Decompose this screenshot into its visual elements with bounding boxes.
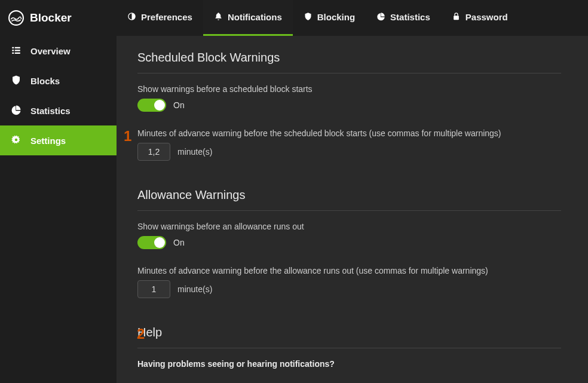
divider [137,348,561,348]
section-title-help: Help [137,326,561,339]
content-wrap: Scheduled Block Warnings Show warnings b… [117,36,588,383]
allowance-show-label: Show warnings before an allowance runs o… [137,222,561,231]
topbar: Blocker Preferences Notifications Blocki… [0,0,588,36]
content-scroll[interactable]: Scheduled Block Warnings Show warnings b… [117,36,588,383]
tab-preferences[interactable]: Preferences [117,0,203,36]
section-title-scheduled: Scheduled Block Warnings [137,51,561,65]
lock-icon [452,12,461,23]
tab-label: Password [466,12,508,22]
allowance-show-state: On [173,238,185,247]
svg-rect-3 [12,47,14,48]
gear-icon [11,134,22,147]
pie-icon [11,105,22,117]
allowance-minutes-input[interactable] [137,280,170,298]
tab-label: Blocking [317,12,355,22]
svg-rect-8 [15,52,20,53]
sidebar-item-label: Statistics [30,106,71,116]
svg-rect-4 [15,47,20,48]
app-logo-icon [8,10,24,26]
scheduled-show-label: Show warnings before a scheduled block s… [137,84,561,94]
sidebar-item-settings[interactable]: Settings [0,125,117,155]
shield-icon [11,75,22,87]
svg-rect-5 [12,50,14,51]
sidebar-item-label: Blocks [30,76,60,86]
sidebar-item-blocks[interactable]: Blocks [0,66,117,96]
contrast-icon [127,12,136,23]
divider [137,210,561,211]
brand: Blocker [0,10,117,26]
scheduled-minutes-unit: minute(s) [177,147,212,157]
top-tabs: Preferences Notifications Blocking Stati… [117,0,519,36]
sidebar-item-label: Settings [30,136,66,146]
svg-rect-2 [454,16,459,20]
allowance-show-toggle[interactable] [137,236,166,249]
allowance-minutes-unit: minute(s) [177,284,212,294]
bell-icon [214,12,223,23]
app-name: Blocker [30,11,72,24]
tab-label: Preferences [141,12,192,22]
tab-statistics[interactable]: Statistics [366,0,441,36]
sidebar-item-statistics[interactable]: Statistics [0,96,117,125]
svg-rect-7 [12,52,14,53]
tab-notifications[interactable]: Notifications [203,0,293,36]
tab-password[interactable]: Password [441,0,519,36]
list-icon [11,45,22,57]
scheduled-show-toggle[interactable] [137,99,166,112]
section-title-allowance: Allowance Warnings [137,188,561,202]
tab-blocking[interactable]: Blocking [293,0,366,36]
tab-label: Statistics [390,12,430,22]
scheduled-minutes-label: Minutes of advance warning before the sc… [137,128,561,138]
scheduled-show-state: On [173,100,185,110]
pie-icon [376,12,385,23]
shield-icon [304,12,313,23]
svg-rect-6 [15,50,20,51]
sidebar-item-label: Overview [30,46,71,56]
sidebar-item-overview[interactable]: Overview [0,36,117,66]
help-question: Having problems seeing or hearing notifi… [137,359,561,369]
scheduled-minutes-input[interactable] [137,143,170,161]
tab-label: Notifications [228,12,282,22]
allowance-minutes-label: Minutes of advance warning before the al… [137,266,561,275]
sidebar: Overview Blocks Statistics Settings [0,36,117,383]
divider [137,73,561,73]
